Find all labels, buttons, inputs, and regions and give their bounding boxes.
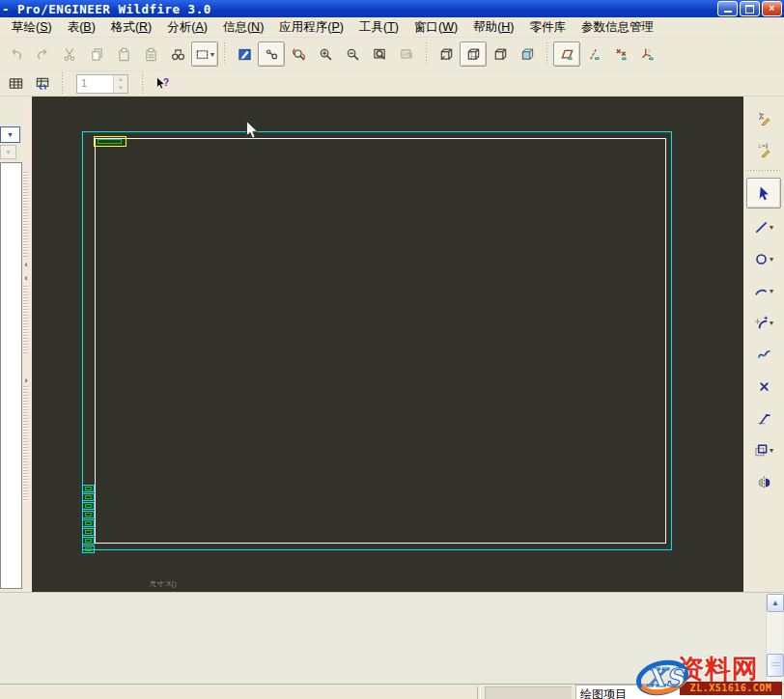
- app-window: - Pro/ENGINEER Wildfire 3.0 × 草绘(S)表(B)格…: [0, 0, 784, 699]
- title-block-cell: [82, 485, 95, 492]
- dropdown-arrow-icon[interactable]: ▾: [770, 223, 773, 232]
- saved-views-button[interactable]: [258, 42, 285, 67]
- svg-text:y: y: [648, 47, 651, 52]
- navigator-panel[interactable]: [0, 162, 22, 589]
- copy-button: [83, 42, 110, 67]
- title-block-cell: [82, 537, 95, 545]
- menu-bar: 草绘(S)表(B)格式(R)分析(A)信息(N)应用程序(P)工具(T)窗口(W…: [0, 17, 784, 38]
- menu-item-3[interactable]: 分析(A): [159, 18, 215, 37]
- dropdown-arrow-icon[interactable]: ▾: [770, 287, 773, 295]
- status-panel: [485, 686, 572, 699]
- circle-icon: [754, 252, 769, 266]
- title-block-entity: [85, 513, 92, 517]
- restore-button[interactable]: [740, 1, 760, 16]
- datum-axis-toggle[interactable]: [580, 42, 607, 67]
- minimize-button[interactable]: [717, 1, 738, 16]
- zoom-out-icon: [346, 47, 360, 62]
- sash-handle[interactable]: [23, 172, 28, 257]
- menu-item-9[interactable]: 零件库: [522, 18, 574, 37]
- zoom-fit-button[interactable]: [366, 42, 393, 67]
- offset-icon: [754, 443, 769, 458]
- title-block-entity: [85, 521, 92, 525]
- offset-tool-button[interactable]: ▾: [748, 436, 779, 463]
- dropdown-arrow-icon[interactable]: ▾: [770, 319, 773, 327]
- menu-item-0[interactable]: 草绘(S): [4, 18, 60, 37]
- collapse-left-icon[interactable]: ‹: [22, 272, 30, 284]
- menu-item-7[interactable]: 窗口(W): [406, 18, 465, 37]
- menu-item-2[interactable]: 格式(R): [103, 18, 159, 37]
- menu-item-1[interactable]: 表(B): [60, 18, 103, 37]
- close-button[interactable]: ×: [762, 1, 782, 16]
- scroll-up-icon[interactable]: ▲: [767, 594, 784, 612]
- datum-csys-toggle[interactable]: y: [634, 42, 661, 67]
- dropdown-arrow-icon[interactable]: ▾: [770, 255, 773, 264]
- fillet-tool-button[interactable]: ▾: [748, 309, 779, 336]
- window-title: - Pro/ENGINEER Wildfire 3.0: [2, 2, 717, 16]
- navigator-combobox[interactable]: ▼: [0, 126, 20, 143]
- zoom-text-button: AB: [393, 42, 420, 67]
- datum-plane-toggle[interactable]: [553, 42, 580, 67]
- chamfer-icon: [757, 411, 771, 426]
- navigator-strip: ▼ ▼ ‹ ‹ ›: [0, 97, 32, 592]
- collapse-left-icon[interactable]: ‹: [22, 259, 30, 270]
- context-help-button[interactable]: ?: [149, 72, 176, 95]
- sheet-note: 尺寸:X(): [150, 579, 177, 589]
- drawing-canvas[interactable]: 尺寸:X(): [32, 97, 743, 592]
- select-arrow-button[interactable]: [746, 178, 781, 209]
- line-tool-button[interactable]: ▾: [748, 213, 779, 240]
- title-block-entity: [85, 487, 92, 490]
- menu-item-8[interactable]: 帮助(H): [465, 18, 521, 37]
- menu-item-10[interactable]: 参数信息管理: [574, 18, 661, 37]
- menu-item-5[interactable]: 应用程序(P): [271, 18, 351, 37]
- title-bar: - Pro/ENGINEER Wildfire 3.0 ×: [0, 0, 784, 17]
- watermark-domain: ZL.XS1616.COM: [680, 682, 782, 695]
- constraints-button[interactable]: ⊥=∥: [748, 136, 779, 163]
- expand-right-icon[interactable]: ›: [22, 375, 30, 386]
- sash-handle[interactable]: [23, 286, 28, 353]
- menu-item-4[interactable]: 信息(N): [215, 18, 271, 37]
- spline-tool-button[interactable]: [748, 341, 779, 368]
- cube-nohidden-icon: [493, 47, 508, 62]
- help-select-icon: ?: [154, 76, 170, 92]
- circle-tool-button[interactable]: ▾: [748, 245, 779, 272]
- zoom-text-icon: AB: [400, 47, 414, 62]
- table-entity: [98, 139, 122, 144]
- zoom-in-button[interactable]: [312, 42, 339, 67]
- datum-point-toggle[interactable]: [607, 42, 634, 67]
- datum-csys-icon: y: [641, 47, 656, 62]
- find-button[interactable]: [164, 42, 191, 67]
- dropdown-arrow-icon[interactable]: ▾: [210, 50, 214, 59]
- title-block-cells: [82, 485, 95, 554]
- no-hidden-view-button[interactable]: [487, 42, 514, 67]
- views-node-icon: [265, 47, 279, 62]
- chamfer-tool-button[interactable]: [748, 405, 779, 432]
- spinner-up-icon: ▲: [114, 75, 127, 84]
- minimize-icon: [724, 11, 732, 13]
- table-update-icon: [36, 76, 50, 91]
- reorient-button[interactable]: [285, 42, 312, 67]
- sheet-spinner: 1▲▼: [76, 74, 128, 94]
- mirror-tool-button[interactable]: [748, 468, 779, 495]
- select-rect-button[interactable]: ▾: [191, 42, 218, 67]
- menu-item-6[interactable]: 工具(T): [351, 18, 406, 37]
- wireframe-view-button[interactable]: [433, 42, 460, 67]
- title-block-cell: [82, 502, 95, 510]
- zoom-out-button[interactable]: [339, 42, 366, 67]
- dropdown-arrow-icon[interactable]: ▾: [770, 446, 773, 455]
- table-update-button[interactable]: [29, 72, 56, 95]
- repaint-button[interactable]: [231, 42, 258, 67]
- secondary-toolbar: 1▲▼?: [0, 71, 784, 97]
- arc-tool-button[interactable]: ▾: [748, 277, 779, 304]
- datum-point-icon: [614, 47, 629, 62]
- sheet-frame: [95, 138, 666, 544]
- sketch-references-button[interactable]: [748, 104, 779, 131]
- shaded-view-button[interactable]: [514, 42, 541, 67]
- spinner-value: 1: [77, 75, 113, 93]
- arc-icon: [754, 284, 769, 298]
- hidden-line-view-button[interactable]: [460, 42, 487, 67]
- title-block-cell: [82, 528, 95, 536]
- table-button[interactable]: [2, 72, 29, 95]
- paste-special-button: [137, 42, 164, 67]
- point-tool-button[interactable]: [748, 373, 779, 400]
- sash-handle[interactable]: [23, 386, 28, 502]
